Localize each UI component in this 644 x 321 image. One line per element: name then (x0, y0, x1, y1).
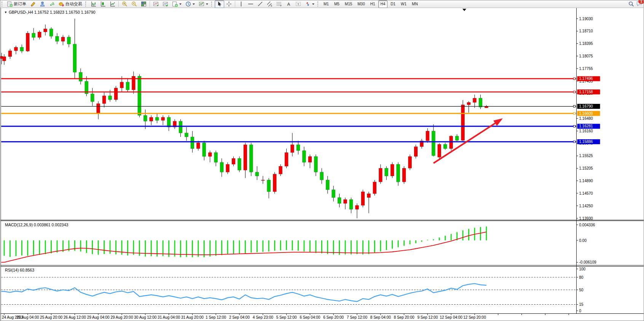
bear-candle (49, 29, 53, 37)
label-tool-button[interactable]: T (293, 0, 303, 8)
fibonacci-icon: F (276, 1, 282, 7)
svg-text:5 Sep 12:00: 5 Sep 12:00 (276, 315, 297, 319)
templates-button[interactable] (197, 0, 210, 8)
bear-candle (332, 190, 335, 198)
bull-candle (114, 88, 118, 100)
bull-candle (8, 51, 12, 56)
bull-candle (232, 159, 235, 164)
periods-button[interactable] (183, 0, 197, 8)
price-chart-canvas[interactable]: 1.190301.187101.183951.180751.177551.174… (0, 0, 644, 321)
bull-candle (450, 136, 453, 149)
chart-title: ▼GBPUSD-,H4 1.16752 1.16823 1.16750 1.16… (4, 10, 96, 14)
bear-candle (179, 121, 182, 133)
bull-candle (414, 147, 418, 157)
bull-candle (308, 156, 312, 162)
toolbar-grip[interactable] (317, 2, 320, 6)
cursor-tool-button[interactable] (215, 0, 224, 8)
bull-candle (261, 180, 265, 180)
toolbar-grip[interactable] (85, 2, 88, 6)
toolbar-grip[interactable] (2, 2, 4, 6)
bull-candle (120, 82, 124, 88)
svg-text:15: 15 (579, 302, 584, 307)
bear-candle (20, 47, 24, 51)
timeframe-button-m1[interactable]: M1 (321, 0, 331, 8)
bull-candle (44, 29, 47, 32)
add-indicator-button[interactable] (161, 0, 170, 8)
new-chart-button[interactable] (170, 0, 183, 8)
new-order-icon (7, 1, 13, 7)
svg-text:0.004336: 0.004336 (579, 223, 595, 227)
line-chart-mode-button[interactable] (108, 0, 117, 8)
tile-windows-button[interactable] (139, 0, 148, 8)
bear-candle (155, 117, 159, 120)
styler-button[interactable] (28, 0, 38, 8)
toolbar-grip[interactable] (211, 2, 214, 6)
svg-text:12 Sep 04:00: 12 Sep 04:00 (440, 315, 462, 319)
signals-button[interactable] (47, 0, 57, 8)
arrows-tool-button[interactable] (303, 0, 316, 8)
timeframe-button-m15[interactable]: M15 (343, 0, 354, 8)
bear-candle (56, 36, 59, 41)
svg-text:1.16281: 1.16281 (579, 124, 593, 128)
trendline-tool-button[interactable] (255, 0, 265, 8)
bear-candle (220, 162, 223, 172)
text-label-icon: T (295, 1, 301, 7)
bull-candle (355, 205, 359, 209)
tile-windows-icon (141, 1, 147, 7)
community-button[interactable] (38, 0, 47, 8)
price-badge-1.16281: 1.16281 (574, 124, 600, 129)
bull-candle (426, 131, 429, 141)
crosshair-icon (226, 1, 232, 7)
timeframe-button-m5[interactable]: M5 (332, 0, 342, 8)
search-icon[interactable] (628, 1, 634, 7)
svg-text:29 Aug 04:00: 29 Aug 04:00 (87, 315, 110, 319)
text-a-icon: A (286, 1, 292, 7)
bear-candle (267, 180, 271, 192)
notifications-button[interactable]: 1 (636, 1, 642, 7)
template-chart-icon (199, 1, 204, 7)
svg-text:A: A (287, 2, 290, 6)
timeframe-button-h4[interactable]: H4 (378, 0, 388, 8)
channel-tool-button[interactable]: E (265, 0, 274, 8)
bear-candle (479, 98, 482, 107)
bear-candle (320, 172, 324, 180)
bull-candle (38, 32, 41, 37)
timeframe-button-d1[interactable]: D1 (388, 0, 398, 8)
notification-count-badge: 1 (638, 0, 644, 4)
indicator-list-button[interactable] (151, 0, 161, 8)
bear-candle (73, 44, 77, 72)
timeframe-button-m30[interactable]: M30 (355, 0, 367, 8)
candlestick-mode-button[interactable] (98, 0, 108, 8)
bear-candle (397, 164, 400, 182)
bull-candle (161, 117, 165, 120)
bull-candle (344, 200, 347, 203)
timeframe-button-h1[interactable]: H1 (368, 0, 378, 8)
bear-candle (385, 168, 388, 176)
bull-candle (14, 47, 18, 51)
zoom-in-button[interactable] (120, 0, 129, 8)
crosshair-tool-button[interactable] (224, 0, 234, 8)
timeframe-button-mn[interactable]: MN (410, 0, 420, 8)
svg-text:8 Sep 04:00: 8 Sep 04:00 (370, 315, 391, 319)
bull-candle (97, 103, 100, 113)
cursor-icon (217, 1, 222, 7)
svg-text:30 Aug 12:00: 30 Aug 12:00 (134, 315, 156, 319)
fibonacci-tool-button[interactable]: F (274, 0, 284, 8)
zoom-out-button[interactable] (129, 0, 139, 8)
new-order-button[interactable]: 新订单 (5, 0, 28, 8)
horizontal-line-tool-button[interactable] (246, 0, 255, 8)
svg-text:1.19030: 1.19030 (579, 17, 593, 21)
bar-chart-mode-button[interactable] (89, 0, 98, 8)
bull-candle (367, 194, 370, 197)
timeframe-button-w1[interactable]: W1 (399, 0, 409, 8)
text-tool-button[interactable]: A (284, 0, 293, 8)
collapse-triangle-icon[interactable]: ▼ (4, 11, 7, 14)
bull-candle (467, 102, 470, 105)
svg-text:1.14570: 1.14570 (579, 191, 593, 195)
bear-candle (191, 137, 194, 149)
auto-trading-button[interactable]: 自动交易 (57, 0, 84, 8)
vertical-line-tool-button[interactable] (236, 0, 246, 8)
bear-candle (67, 37, 70, 44)
bear-candle (326, 180, 329, 190)
price-badge-1.16790: 1.16790 (574, 104, 600, 109)
